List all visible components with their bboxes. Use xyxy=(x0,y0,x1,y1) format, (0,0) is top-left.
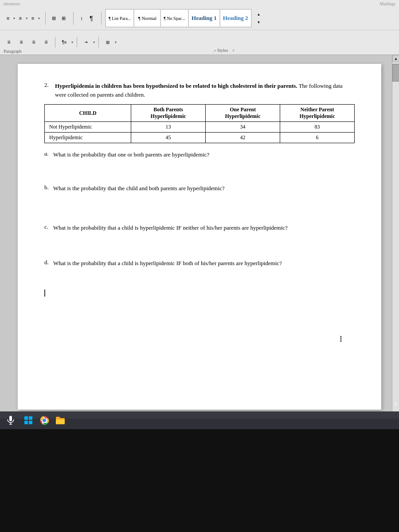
styles-scroll-down[interactable]: ▼ xyxy=(254,18,263,26)
sort-button[interactable]: ↕ xyxy=(77,14,86,23)
row2-one: 42 xyxy=(206,133,280,143)
col-child: CHILD xyxy=(45,105,131,122)
style-heading1-label: Heading 1 xyxy=(192,15,217,22)
styles-label: Styles xyxy=(217,48,228,53)
sub-question-a-text: What is the probability that one or both… xyxy=(53,150,209,159)
style-list-para[interactable]: ¶ List Para... xyxy=(106,9,134,27)
table-row: Not Hyperlipidemic 13 34 83 xyxy=(45,122,355,133)
style-heading1[interactable]: Heading 1 xyxy=(188,9,220,27)
indent-format-group: ≡ ▾ ≡ ▾ ≡ ▾ xyxy=(4,14,40,23)
toolbar-labels: Paragraph ↗ xyxy=(4,49,216,54)
styles-container: ¶ List Para... ¶ Normal ¶ No Spac... Hea… xyxy=(105,9,252,27)
scrollbar-right[interactable]: ▲ ▼ xyxy=(392,55,399,419)
indent-dropdown[interactable]: ▾ xyxy=(93,40,95,44)
style-heading2[interactable]: Heading 2 xyxy=(220,9,251,27)
row2-child: Hyperlipidemic xyxy=(45,133,131,143)
separator1 xyxy=(45,12,46,25)
indent-left-button[interactable]: ⇥ xyxy=(81,37,91,47)
taskbar xyxy=(0,411,399,429)
svg-rect-3 xyxy=(24,416,28,420)
multilevel-dropdown-arrow[interactable]: ▾ xyxy=(38,16,40,20)
sub-question-c-label: c. xyxy=(44,223,53,232)
row1-both: 13 xyxy=(131,122,206,133)
sub-question-b-label: b. xyxy=(44,184,53,193)
paragraph-launch-icon[interactable]: ↗ xyxy=(213,49,216,54)
indent-group: ⊞ ⊞ xyxy=(49,14,68,23)
multilevel-list-button[interactable]: ≡ xyxy=(28,14,37,23)
table-header-row: CHILD Both ParentsHyperlipidemic One Par… xyxy=(45,105,355,122)
svg-point-9 xyxy=(43,419,46,422)
decrease-indent-button[interactable]: ⊞ xyxy=(49,14,58,23)
col-neither-parent: Neither ParentHyperlipidemic xyxy=(280,105,355,122)
toolbar-row1: ≡ ▾ ≡ ▾ ≡ ▾ ⊞ ⊞ ↕ ¶ ¶ List Para... ¶ Nor… xyxy=(0,7,399,30)
styles-launch-icon[interactable]: ↗ xyxy=(231,48,235,53)
style-no-spac[interactable]: ¶ No Spac... xyxy=(160,9,188,27)
increase-indent-button[interactable]: ⊞ xyxy=(59,14,68,23)
sub-question-d-text: What is the probability that a child is … xyxy=(53,259,282,268)
text-cursor xyxy=(44,289,45,297)
table-row: Hyperlipidemic 45 42 6 xyxy=(45,133,355,143)
numbered-list-button[interactable]: ≡ xyxy=(16,14,25,23)
align-right-button[interactable]: ≡ xyxy=(28,37,39,47)
document-area: 2. Hyperlipidemia in children has been h… xyxy=(0,55,399,419)
separator6 xyxy=(98,37,99,47)
row2-both: 45 xyxy=(131,133,206,143)
row1-one: 34 xyxy=(206,122,280,133)
col-one-parent: One ParentHyperlipidemic xyxy=(206,105,280,122)
separator5 xyxy=(77,37,77,47)
styles-scroll-arrows: ▲ ▼ xyxy=(254,10,263,26)
style-normal[interactable]: ¶ Normal xyxy=(134,9,160,27)
svg-rect-6 xyxy=(29,421,32,424)
align-center-button[interactable]: ≡ xyxy=(16,37,27,47)
sub-question-b: b. What is the probability that the chil… xyxy=(44,184,355,193)
styles-scroll-up[interactable]: ▲ xyxy=(254,10,263,18)
separator3 xyxy=(101,12,102,25)
svg-rect-0 xyxy=(9,416,12,421)
row2-neither: 6 xyxy=(280,133,355,143)
chrome-icon-button[interactable] xyxy=(37,413,51,427)
sub-question-c-text: What is the probability that a child is … xyxy=(53,223,288,232)
align-left-button[interactable]: ≡ xyxy=(4,37,14,47)
scrollbar-thumb[interactable] xyxy=(392,64,399,82)
cursor-area xyxy=(44,289,355,297)
shading-dropdown[interactable]: ▾ xyxy=(115,40,117,44)
bullet-dropdown-arrow[interactable]: ▾ xyxy=(13,16,15,20)
justify-button[interactable]: ≡ xyxy=(41,37,51,47)
data-table: CHILD Both ParentsHyperlipidemic One Par… xyxy=(44,104,355,143)
hyperlipidemia-bold: Hyperlipidemia in children has been hypo… xyxy=(55,82,297,89)
windows-icon-button[interactable] xyxy=(21,413,35,427)
sub-question-a: a. What is the probability that one or b… xyxy=(44,150,355,159)
document-page[interactable]: 2. Hyperlipidemia in children has been h… xyxy=(18,64,381,410)
style-normal-label: ¶ Normal xyxy=(138,16,156,21)
question-number: 2. xyxy=(44,82,55,99)
sort-para-group: ↕ ¶ xyxy=(77,14,96,23)
separator4 xyxy=(55,37,55,47)
shading-button[interactable]: ⊞ xyxy=(102,37,113,47)
svg-rect-4 xyxy=(29,416,32,420)
sub-question-b-text: What is the probability that the child a… xyxy=(53,184,225,193)
question-intro-text: Hyperlipidemia in children has been hypo… xyxy=(55,82,355,99)
black-area xyxy=(0,429,399,532)
ibeam-cursor: I xyxy=(340,335,342,344)
line-spacing-button[interactable]: ¶≡ xyxy=(59,37,70,47)
references-text: elerences xyxy=(4,1,20,6)
sub-question-d-label: d. xyxy=(44,259,53,268)
row1-neither: 83 xyxy=(280,122,355,133)
mic-icon-button[interactable] xyxy=(4,413,18,427)
bullet-list-button[interactable]: ≡ xyxy=(4,14,12,23)
line-spacing-dropdown[interactable]: ▾ xyxy=(71,40,73,44)
paragraph-label: Paragraph xyxy=(4,49,22,54)
style-no-spac-label: ¶ No Spac... xyxy=(164,16,185,21)
references-strip: elerences Mailings xyxy=(0,0,399,7)
paragraph-mark-button[interactable]: ¶ xyxy=(87,14,96,23)
style-heading2-label: Heading 2 xyxy=(223,15,248,22)
sub-question-d: d. What is the probability that a child … xyxy=(44,259,355,268)
svg-rect-5 xyxy=(24,421,28,424)
separator2 xyxy=(73,12,74,25)
numbered-dropdown-arrow[interactable]: ▾ xyxy=(26,16,27,20)
file-explorer-icon-button[interactable] xyxy=(53,413,67,427)
col-both-parents: Both ParentsHyperlipidemic xyxy=(131,105,206,122)
row1-child: Not Hyperlipidemic xyxy=(45,122,131,133)
scroll-up-arrow[interactable]: ▲ xyxy=(392,55,399,62)
styles-label-container: Styles ↗ xyxy=(217,46,235,54)
